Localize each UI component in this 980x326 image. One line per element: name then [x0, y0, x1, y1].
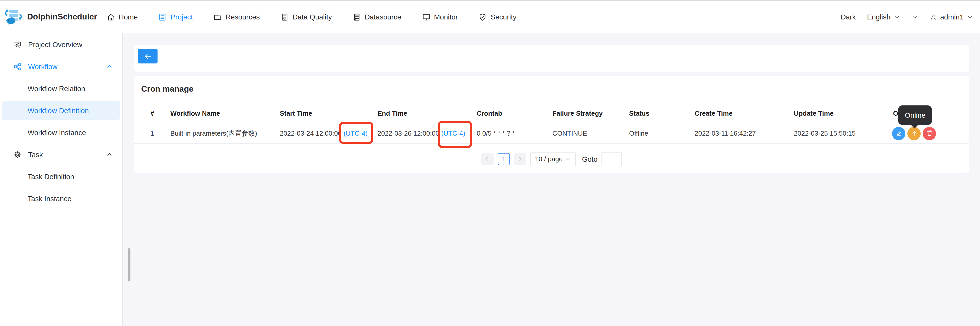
workflow-name: Built-in parameters(内置参数)	[170, 129, 280, 138]
back-toolbar-card	[134, 45, 969, 72]
nav-item-project[interactable]: Project	[158, 13, 193, 21]
edit-button[interactable]	[892, 127, 905, 140]
column-header-failure-strategy: Failure Strategy	[552, 110, 629, 117]
sidebar-item-workflow-instance[interactable]: Workflow Instance	[2, 123, 120, 142]
column-header-end-time: End Time	[377, 110, 477, 117]
nav-item-resources[interactable]: Resources	[213, 13, 260, 21]
chevron-right-icon	[517, 156, 523, 162]
dolphinscheduler-logo-icon	[4, 8, 24, 26]
gear-icon	[13, 150, 22, 159]
end-time-value: 2022-03-26 12:00:00	[377, 129, 439, 137]
next-page-button[interactable]	[514, 153, 526, 165]
arrow-up-icon	[910, 129, 918, 137]
workflow-icon	[13, 62, 22, 71]
theme-toggle[interactable]: Dark	[841, 13, 856, 21]
page-title: Cron manage	[134, 76, 969, 94]
create-time-value: 2022-03-11 16:42:27	[695, 129, 794, 137]
chevron-down-icon	[967, 14, 974, 20]
nav-label: Data Quality	[293, 13, 332, 21]
sidebar-item-label: Workflow	[28, 62, 57, 70]
sidebar-item-workflow[interactable]: Workflow	[2, 58, 120, 76]
shield-icon	[478, 13, 487, 21]
end-timezone-annotated: (UTC-4)	[441, 129, 465, 137]
previous-page-button[interactable]	[481, 153, 493, 165]
sidebar-item-task-instance[interactable]: Task Instance	[2, 189, 120, 208]
nav-label: Monitor	[434, 13, 458, 21]
nav-label: Datasource	[365, 13, 401, 21]
nav-item-data-quality[interactable]: Data Quality	[280, 13, 332, 21]
sidebar-item-task-definition[interactable]: Task Definition	[2, 167, 120, 186]
online-tooltip: Online	[898, 105, 932, 125]
page-size-select[interactable]: 10 / page	[530, 152, 576, 166]
nav-label: Home	[119, 13, 138, 21]
sidebar-item-project-overview[interactable]: Project Overview	[2, 35, 120, 54]
goto-page-input[interactable]	[601, 152, 622, 166]
tooltip-label: Online	[905, 111, 926, 119]
nav-item-security[interactable]: Security	[478, 13, 516, 21]
sidebar-item-label: Task Definition	[28, 173, 74, 181]
chevron-down-icon	[565, 156, 571, 162]
column-header-start-time: Start Time	[280, 110, 377, 117]
cron-manage-card: Cron manage # Workflow Name Start Time E…	[134, 76, 969, 173]
column-header-status: Status	[629, 110, 695, 117]
start-time-value: 2022-03-24 12:00:00	[280, 129, 341, 137]
data-quality-icon	[280, 13, 289, 21]
sidebar-item-label: Workflow Relation	[28, 85, 85, 93]
user-menu[interactable]: admin1	[929, 13, 974, 21]
sidebar-item-label: Task Instance	[28, 195, 72, 203]
column-header-index: #	[150, 110, 170, 117]
nav-label: Project	[170, 13, 193, 21]
sidebar-item-label: Task	[28, 150, 43, 159]
page-number-button[interactable]: 1	[498, 153, 510, 165]
column-header-crontab: Crontab	[477, 110, 552, 117]
end-time-cell: 2022-03-26 12:00:00(UTC-4)	[377, 129, 477, 137]
cron-table: # Workflow Name Start Time End Time Cron…	[134, 104, 969, 144]
brand-name: DolphinScheduler	[27, 12, 97, 21]
topbar-right: Dark English admin1	[841, 13, 980, 21]
nav-label: Resources	[226, 13, 260, 21]
dolphinscheduler-app: DolphinScheduler Home Project Resources	[0, 0, 980, 326]
goto-label: Goto	[582, 155, 598, 163]
sidebar-item-label: Project Overview	[28, 40, 82, 49]
table-header-row: # Workflow Name Start Time End Time Cron…	[134, 104, 969, 123]
project-icon	[158, 13, 167, 21]
timezone-select[interactable]	[912, 14, 918, 20]
sidebar: Project Overview Workflow Workflow Relat…	[0, 33, 123, 326]
main-content: Cron manage # Workflow Name Start Time E…	[123, 33, 980, 326]
datasource-icon	[352, 13, 361, 21]
delete-button[interactable]	[923, 127, 936, 140]
pencil-icon	[895, 129, 902, 137]
pagination: 1 10 / page Goto	[134, 144, 969, 174]
nav-item-monitor[interactable]: Monitor	[422, 13, 458, 21]
project-overview-icon	[13, 40, 22, 49]
column-header-workflow-name: Workflow Name	[170, 110, 280, 117]
sidebar-item-task[interactable]: Task	[2, 145, 120, 164]
online-button[interactable]	[907, 127, 921, 140]
nav-item-datasource[interactable]: Datasource	[352, 13, 401, 21]
brand-logo[interactable]: DolphinScheduler	[0, 8, 98, 26]
nav-item-home[interactable]: Home	[107, 13, 138, 21]
folder-icon	[213, 13, 222, 21]
sidebar-item-label: Workflow Definition	[28, 107, 89, 115]
row-index: 1	[150, 129, 170, 137]
sidebar-item-workflow-relation[interactable]: Workflow Relation	[2, 79, 120, 98]
column-header-update-time: Update Time	[794, 110, 893, 117]
username: admin1	[940, 13, 964, 21]
sidebar-item-workflow-definition[interactable]: Workflow Definition	[2, 101, 120, 120]
start-timezone-annotated: (UTC-4)	[344, 129, 368, 137]
operation-cell	[892, 127, 969, 140]
top-navigation-bar: DolphinScheduler Home Project Resources	[0, 0, 980, 33]
update-time-value: 2022-03-25 15:50:15	[794, 129, 893, 137]
language-label: English	[867, 13, 891, 21]
scrollbar-thumb[interactable]	[128, 248, 130, 281]
back-button[interactable]	[138, 49, 158, 64]
language-select[interactable]: English	[867, 13, 900, 21]
chevron-left-icon	[485, 156, 490, 162]
failure-strategy-value: CONTINUE	[552, 129, 629, 137]
arrow-left-icon	[144, 52, 152, 60]
user-icon	[929, 13, 937, 21]
main-nav: Home Project Resources Data Quality	[107, 13, 517, 21]
monitor-icon	[422, 13, 430, 21]
nav-label: Security	[490, 13, 516, 21]
sidebar-item-label: Workflow Instance	[28, 128, 86, 137]
